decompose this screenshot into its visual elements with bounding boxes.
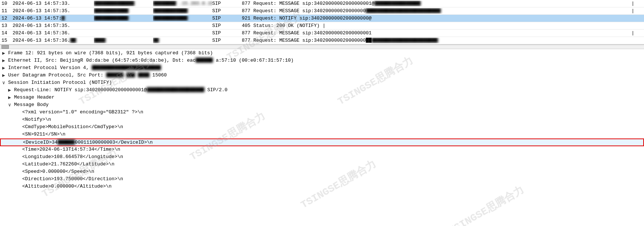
expand-arrow-sip: ∨: [2, 80, 8, 86]
detail-row-latitude[interactable]: <Latitude>21.762260</Latitude>\n: [0, 161, 644, 168]
detail-text-speed: <Speed>0.000000</Speed>\n: [22, 169, 642, 174]
table-row[interactable]: 11 2024-06-13 14:57:35. ████████████ ███…: [0, 7, 644, 15]
detail-row-speed[interactable]: <Speed>0.000000</Speed>\n: [0, 168, 644, 176]
packet-time: 2024-06-13 14:57:33.: [13, 1, 94, 6]
packet-info: 877 Request: MESSAGE sip:340200000020000…: [242, 30, 631, 36]
packet-info: 405 Status: 200 OK (NOTIFY) |: [242, 23, 631, 28]
detail-text-sn: <SN>9211</SN>\n: [22, 131, 642, 137]
packet-list: 10 2024-06-13 14:57:33. ██████████████ █…: [0, 0, 644, 45]
detail-text-altitude: <Altitude>0.000000</Altitude>\n: [22, 184, 642, 189]
detail-row-ethernet[interactable]: ▶ Ethernet II, Src: BeijingR 0d:da:be (6…: [0, 57, 644, 65]
packet-protocol: SIP: [212, 30, 242, 36]
detail-row-direction[interactable]: <Direction>193.750000</Direction>\n: [0, 176, 644, 183]
expand-arrow-message-body: ∨: [8, 102, 14, 108]
packet-time: 2024-06-13 14:57:35.: [13, 23, 94, 28]
packet-no: 15: [1, 38, 13, 43]
detail-row-frame[interactable]: ▶ Frame 12: 921 bytes on wire (7368 bits…: [0, 50, 644, 57]
packet-time: 2024-06-13 14:57:36.: [13, 30, 94, 36]
packet-src: ██████████████: [94, 1, 153, 6]
packet-no: 12: [1, 16, 13, 21]
packet-protocol: SIP: [212, 16, 242, 21]
detail-row-message-body[interactable]: ∨ Message Body: [0, 102, 644, 109]
detail-text-request-line: Request-Line: NOTIFY sip:340200000020000…: [14, 87, 642, 93]
detail-text-time-field: <Time>2024-06-13T14:57:34</Time>\n: [22, 147, 642, 152]
packet-dst: ████████████: [153, 16, 212, 21]
detail-row-time-field[interactable]: <Time>2024-06-13T14:57:34</Time>\n: [0, 146, 644, 154]
detail-row-sip[interactable]: ∨ Session Initiation Protocol (NOTIFY): [0, 79, 644, 87]
table-row[interactable]: 15 2024-06-13 14:57:36.██ ████ ██ SIP 87…: [0, 37, 644, 44]
expand-arrow-frame: ▶: [2, 50, 8, 56]
packet-time: 2024-06-13 14:57:35.: [13, 8, 94, 14]
detail-text-ip: Internet Protocol Version 4, ███████████…: [8, 65, 642, 71]
detail-row-deviceid[interactable]: <DeviceID>34██████00011100000003</Device…: [0, 138, 644, 146]
packet-extra: |: [631, 1, 643, 6]
detail-text-udp: User Datagram Protocol, Src Port: ██████…: [8, 72, 642, 78]
detail-panel: ▶ Frame 12: 921 bytes on wire (7368 bits…: [0, 49, 644, 191]
detail-row-notify-open[interactable]: <Notify>\n: [0, 116, 644, 124]
packet-time: 2024-06-13 14:57:36.██: [13, 38, 94, 43]
packet-dst: ██: [153, 38, 212, 43]
table-row[interactable]: 12 2024-06-13 14:57:█ ████████████ █████…: [0, 15, 644, 22]
expand-arrow-ip: ▶: [2, 65, 8, 71]
horizontal-scrollbar[interactable]: [0, 45, 644, 49]
table-row[interactable]: 10 2024-06-13 14:57:33. ██████████████ █…: [0, 0, 644, 7]
packet-no: 13: [1, 23, 13, 28]
expand-arrow-udp: ▶: [2, 72, 8, 78]
packet-extra: |: [631, 30, 643, 36]
packet-info: 877 Request: MESSAGE sip:340200000020000…: [242, 8, 631, 14]
detail-text-direction: <Direction>193.750000</Direction>\n: [22, 176, 642, 182]
detail-row-request-line[interactable]: ▶ Request-Line: NOTIFY sip:3402000000200…: [0, 87, 644, 94]
detail-text-xml-decl: <?xml version="1.0" encoding="GB2312" ?>…: [22, 109, 642, 115]
expand-arrow-message-header: ▶: [8, 95, 14, 100]
detail-text-message-body: Message Body: [14, 102, 642, 107]
detail-text-sip: Session Initiation Protocol (NOTIFY): [8, 80, 642, 85]
detail-row-longitude[interactable]: <Longitude>108.664578</Longitude>\n: [0, 154, 644, 161]
packet-info: 877 Request: MESSAGE sip:340200000020000…: [242, 38, 631, 43]
detail-text-frame: Frame 12: 921 bytes on wire (7368 bits),…: [8, 50, 642, 56]
packet-no: 10: [1, 1, 13, 6]
expand-arrow-ethernet: ▶: [2, 58, 8, 64]
expand-arrow-request-line: ▶: [8, 87, 14, 93]
packet-src: ████████████: [94, 16, 153, 21]
packet-src: ████: [94, 38, 153, 43]
packet-no: 14: [1, 30, 13, 36]
packet-protocol: SIP: [212, 38, 242, 43]
detail-row-cmdtype[interactable]: <CmdType>MobilePosition</CmdType>\n: [0, 124, 644, 131]
detail-text-deviceid: <DeviceID>34██████00011100000003</Device…: [23, 140, 641, 145]
detail-row-message-header[interactable]: ▶ Message Header: [0, 94, 644, 102]
detail-text-ethernet: Ethernet II, Src: BeijingR 0d:da:be (64:…: [8, 58, 642, 63]
packet-dst: ████████ .15.203.0.15000: [153, 1, 212, 6]
detail-text-message-header: Message Header: [14, 95, 642, 100]
detail-row-altitude[interactable]: <Altitude>0.000000</Altitude>\n: [0, 183, 644, 191]
packet-src: ████████████: [94, 8, 153, 14]
detail-text-notify-open: <Notify>\n: [22, 117, 642, 122]
detail-text-latitude: <Latitude>21.762260</Latitude>\n: [22, 161, 642, 167]
table-row[interactable]: 13 2024-06-13 14:57:35. SIP 405 Status: …: [0, 22, 644, 30]
detail-row-xml-decl[interactable]: <?xml version="1.0" encoding="GB2312" ?>…: [0, 109, 644, 116]
packet-no: 11: [1, 8, 13, 14]
packet-dst: ████████████: [153, 8, 212, 14]
packet-protocol: SIP: [212, 1, 242, 6]
packet-info: 877 Request: MESSAGE sip:340200000020000…: [242, 1, 631, 6]
packet-time: 2024-06-13 14:57:█: [13, 16, 94, 21]
table-row[interactable]: 14 2024-06-13 14:57:36. SIP 877 Request:…: [0, 30, 644, 37]
packet-protocol: SIP: [212, 23, 242, 28]
packet-info: 921 Request: NOTIFY sip:3402000000020000…: [242, 16, 631, 21]
packet-extra: |: [631, 8, 643, 14]
packet-protocol: SIP: [212, 8, 242, 14]
detail-row-ip[interactable]: ▶ Internet Protocol Version 4, █████████…: [0, 65, 644, 72]
detail-text-longitude: <Longitude>108.664578</Longitude>\n: [22, 154, 642, 160]
scrollbar-thumb[interactable]: [1, 45, 9, 49]
detail-text-cmdtype: <CmdType>MobilePosition</CmdType>\n: [22, 124, 642, 130]
detail-row-udp[interactable]: ▶ User Datagram Protocol, Src Port: ████…: [0, 72, 644, 79]
detail-row-sn[interactable]: <SN>9211</SN>\n: [0, 131, 644, 138]
